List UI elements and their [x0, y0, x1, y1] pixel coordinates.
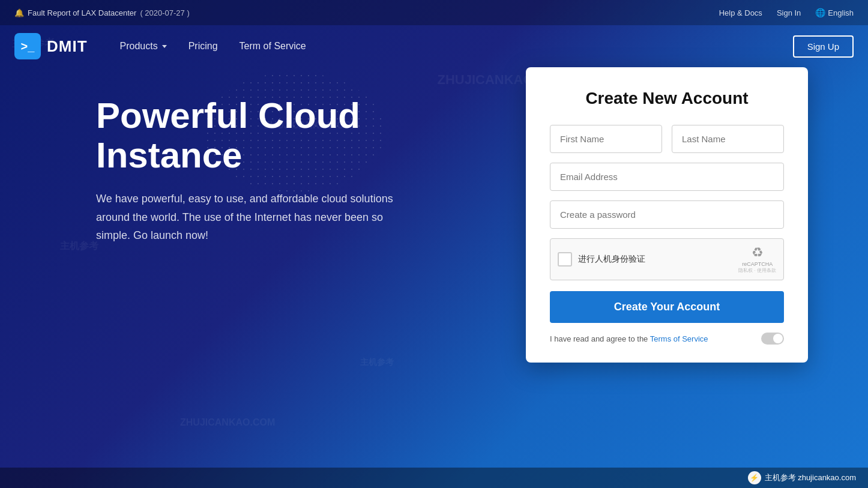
nav-tos[interactable]: Term of Service: [231, 36, 315, 56]
watermark-7: 主机参考: [360, 357, 394, 368]
hero-section: Powerful Cloud Instance We have powerful…: [96, 96, 486, 245]
hero-subtitle: We have powerful, easy to use, and affor…: [96, 190, 396, 245]
fault-report-text: Fault Report of LAX Datacenter: [28, 8, 136, 17]
email-input[interactable]: [550, 163, 784, 191]
recaptcha-label: 进行人机身份验证: [578, 254, 732, 265]
bottom-brand: ⚡ 主机参考 zhujicankao.com: [748, 471, 856, 484]
password-group: [550, 200, 784, 229]
top-bar-right: Help & Docs Sign In 🌐 English: [719, 8, 854, 17]
registration-form: Create New Account 进行人机身份验证 ♻ reCAPTCHA …: [526, 67, 808, 363]
logo-container[interactable]: >_ DMIT: [14, 33, 88, 59]
signin-link[interactable]: Sign In: [777, 8, 801, 17]
watermark-6: ZHUJICANKAO.COM: [180, 417, 275, 428]
last-name-input[interactable]: [672, 125, 784, 153]
navbar-right: Sign Up: [793, 35, 854, 58]
toggle-knob: [773, 334, 783, 343]
first-name-input[interactable]: [550, 125, 662, 153]
recaptcha-brand: reCAPTCHA: [742, 261, 773, 267]
terms-link[interactable]: Terms of Service: [650, 334, 708, 343]
lang-label: English: [828, 8, 854, 17]
create-account-button[interactable]: Create Your Account: [550, 291, 784, 323]
hero-title: Powerful Cloud Instance: [96, 96, 486, 175]
logo-icon: >_: [14, 33, 41, 59]
email-group: [550, 163, 784, 191]
terms-prefix: I have read and agree to the: [550, 334, 648, 343]
recaptcha-logo: ♻ reCAPTCHA 隐私权 · 使用条款: [738, 245, 776, 274]
language-selector[interactable]: 🌐 English: [815, 8, 854, 17]
terms-toggle[interactable]: [761, 333, 784, 345]
nav-pricing-label: Pricing: [188, 41, 218, 52]
form-title: Create New Account: [550, 89, 784, 108]
fault-date: ( 2020-07-27 ): [140, 8, 189, 17]
alert-icon: 🔔: [14, 8, 24, 17]
signup-button[interactable]: Sign Up: [793, 35, 854, 58]
navbar: >_ DMIT Products Pricing Term of Service…: [0, 25, 868, 67]
nav-products[interactable]: Products: [112, 36, 175, 56]
first-name-group: [550, 125, 662, 153]
nav-tos-label: Term of Service: [240, 41, 306, 52]
bottom-brand-text: 主机参考 zhujicankao.com: [765, 472, 856, 483]
lang-icon: 🌐: [815, 8, 825, 17]
recaptcha-icon: ♻: [752, 245, 764, 261]
watermark-3: 主机参考: [60, 240, 98, 253]
terms-row: I have read and agree to the Terms of Se…: [550, 333, 784, 345]
password-input[interactable]: [550, 200, 784, 229]
logo-text: DMIT: [47, 37, 88, 56]
recaptcha-links: 隐私权 · 使用条款: [738, 268, 776, 274]
nav-products-label: Products: [120, 41, 158, 52]
terms-text: I have read and agree to the Terms of Se…: [550, 334, 756, 343]
bottom-brand-icon: ⚡: [748, 471, 761, 484]
help-docs-link[interactable]: Help & Docs: [719, 8, 762, 17]
nav-pricing[interactable]: Pricing: [180, 36, 226, 56]
recaptcha-checkbox[interactable]: [558, 252, 572, 267]
last-name-group: [672, 125, 784, 153]
nav-links: Products Pricing Term of Service: [112, 36, 315, 56]
bottom-bar: ⚡ 主机参考 zhujicankao.com: [0, 468, 868, 488]
name-row: [550, 125, 784, 153]
recaptcha-widget[interactable]: 进行人机身份验证 ♻ reCAPTCHA 隐私权 · 使用条款: [550, 238, 784, 280]
top-bar: 🔔 Fault Report of LAX Datacenter ( 2020-…: [0, 0, 868, 25]
chevron-down-icon: [162, 45, 167, 48]
